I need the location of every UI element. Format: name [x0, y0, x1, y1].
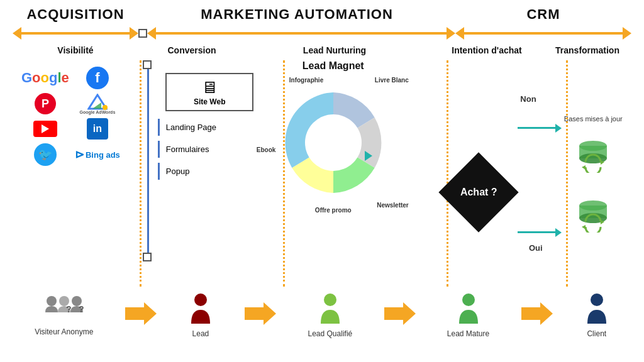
section-marketing-header: MARKETING AUTOMATION: [138, 6, 455, 23]
bottom-persons-row: ? ? Visiteur Anonyme Lead: [13, 287, 631, 343]
svg-text:?: ?: [66, 304, 72, 314]
db-icon-1: [574, 138, 612, 173]
teal-arrow-oui: [518, 228, 562, 237]
section-crm-header: CRM: [455, 6, 631, 23]
google-ads-icon: [87, 94, 108, 110]
bing-ads-logo: ⊳ Bing ads: [73, 143, 121, 166]
arrow-line: [21, 32, 130, 35]
top-headers: ACQUISITION MARKETING AUTOMATION CRM: [13, 6, 631, 23]
connector-square-left: [138, 29, 147, 38]
donut-hole: [305, 114, 362, 171]
acquisition-arrow: [13, 27, 138, 40]
person-client: Client: [584, 292, 609, 338]
non-label: Non: [520, 94, 536, 104]
donut-chart-svg: [264, 77, 402, 209]
pinterest-icon: P: [21, 93, 69, 114]
svg-marker-24: [521, 302, 553, 325]
sublabel-row: Visibilité Conversion Lead Nurturing Int…: [13, 45, 631, 55]
person-qualifie: Lead Qualifié: [308, 292, 353, 338]
formulaires-item: Formulaires: [158, 141, 258, 158]
arrow-3: [384, 302, 416, 327]
label-ebook: Ebook: [257, 146, 276, 153]
label-visibilite: Visibilité: [13, 45, 138, 55]
donut-chart-container: Infographie Livre Blanc Newsletter Offre…: [264, 77, 402, 209]
arrow-2: [245, 302, 276, 327]
person-mature: Lead Mature: [447, 292, 489, 338]
linkedin-icon: in: [73, 118, 121, 140]
svg-point-23: [462, 293, 475, 306]
svg-point-21: [324, 293, 336, 306]
qualifie-label: Lead Qualifié: [308, 329, 353, 338]
dotted-line-4: [566, 60, 568, 287]
achat-diamond: Achat ?: [439, 152, 519, 232]
monitor-icon: 🖥: [175, 78, 243, 97]
teal-arrow-to-achat: [365, 151, 372, 161]
arrow-right-head-3: [623, 27, 631, 40]
person-visiteur: ? ? Visiteur Anonyme: [35, 293, 93, 336]
label-conversion: Conversion: [138, 45, 239, 55]
bases-label: Bases mises à jour: [564, 115, 623, 123]
svg-marker-22: [384, 302, 416, 325]
main-content: Google f P: [13, 60, 631, 287]
svg-marker-18: [125, 302, 157, 325]
google-ads-logo: Google AdWords: [73, 93, 121, 114]
svg-marker-12: [582, 225, 586, 229]
label-infographie: Infographie: [289, 77, 323, 84]
label-offre-promo: Offre promo: [315, 207, 352, 214]
marketing-arrow: [147, 27, 455, 40]
arrow-line-3: [464, 32, 623, 35]
mature-label: Lead Mature: [447, 329, 489, 338]
google-logo: Google: [21, 67, 69, 89]
teal-arrow-non: [518, 124, 562, 133]
label-intention: Intention d'achat: [430, 45, 543, 55]
svg-point-25: [591, 293, 603, 306]
svg-point-19: [194, 293, 207, 306]
lead-magnet-label: Lead Magnet: [303, 60, 364, 72]
svg-marker-20: [245, 302, 276, 325]
lead-label: Lead: [192, 329, 209, 338]
conversion-vertical-line: [147, 69, 149, 261]
visiteur-label: Visiteur Anonyme: [35, 327, 93, 336]
arrow-row: [13, 24, 631, 43]
facebook-icon: f: [73, 67, 121, 89]
arrow-right-head-2: [447, 27, 455, 40]
svg-point-13: [47, 296, 57, 306]
popup-item: Popup: [158, 163, 258, 180]
svg-point-2: [103, 105, 108, 110]
site-web-box: 🖥 Site Web: [165, 73, 253, 111]
col-acquisition: Google f P: [13, 60, 130, 287]
landing-page-item: Landing Page: [158, 119, 258, 136]
crm-arrow: [455, 27, 631, 40]
site-web-label: Site Web: [175, 97, 243, 106]
svg-text:?: ?: [79, 304, 84, 314]
arrow-left-head-3: [455, 27, 464, 40]
arrow-4: [521, 302, 553, 327]
connector-square-bottom: [143, 253, 152, 261]
col-intention: Non Oui Achat ?: [402, 60, 555, 287]
diagram: ACQUISITION MARKETING AUTOMATION CRM: [0, 0, 644, 362]
achat-label: Achat ?: [460, 187, 497, 198]
social-icons-grid: Google f P: [21, 67, 121, 166]
teal-arrowhead: [365, 151, 372, 161]
youtube-icon: [21, 118, 69, 140]
achat-decision-container: Achat ?: [450, 164, 507, 221]
connector-square-top: [143, 60, 152, 69]
col-conversion: 🖥 Site Web Landing Page Formulaires Popu…: [130, 60, 264, 287]
arrow-left-head: [13, 27, 21, 40]
person-lead: Lead: [188, 292, 213, 338]
svg-marker-7: [582, 165, 586, 170]
arrow-line-2: [156, 32, 447, 35]
arrow-left-head-2: [147, 27, 156, 40]
label-nurturing: Lead Nurturing: [239, 45, 430, 55]
arrow-1: [125, 302, 157, 327]
db-icon-2: [574, 198, 612, 233]
oui-label: Oui: [529, 243, 543, 253]
arrow-right-head: [130, 27, 138, 40]
svg-marker-1: [92, 102, 101, 109]
section-acquisition-header: ACQUISITION: [13, 6, 138, 23]
client-label: Client: [587, 329, 606, 338]
label-transformation: Transformation: [543, 45, 631, 55]
twitter-icon: 🐦: [21, 143, 69, 166]
